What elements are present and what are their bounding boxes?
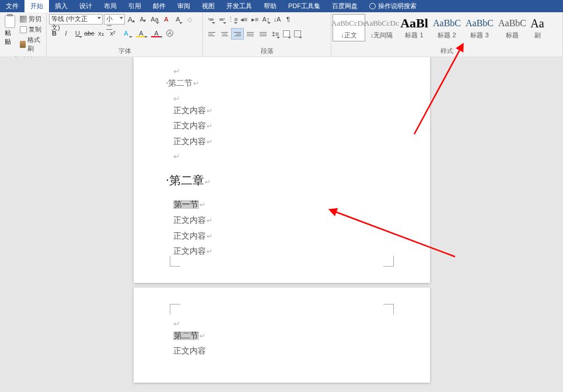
subscript-button[interactable]: x₂ [96, 28, 106, 38]
shading-icon [283, 30, 290, 37]
enclosed-char-button[interactable]: A [165, 28, 175, 38]
align-left-button[interactable] [205, 28, 218, 40]
heading2-section2-selected[interactable]: 第二节↵ [173, 328, 390, 344]
borders-button[interactable] [292, 29, 303, 39]
line-spacing-icon: ‡≡ [272, 30, 279, 37]
align-distribute-icon [260, 32, 267, 36]
tab-pdf-tools[interactable]: PDF工具集 [282, 0, 326, 12]
tell-me-search[interactable]: 操作说明搜索 [363, 0, 422, 12]
body-text[interactable]: 正文内容↵ [173, 244, 390, 260]
bullets-icon: ≔ [208, 16, 214, 23]
paragraph-mark: ↵ [173, 317, 390, 328]
tab-layout[interactable]: 布局 [98, 0, 123, 12]
paragraph-mark: ↵ [173, 149, 390, 161]
pilcrow-icon: ¶ [286, 16, 290, 23]
body-text[interactable]: 正文内容↵ [173, 134, 390, 150]
borders-icon [294, 30, 301, 37]
phonetic-guide-button[interactable]: A [161, 14, 172, 24]
line-spacing-button[interactable]: ‡≡ [270, 29, 281, 39]
strike-button[interactable]: abc [84, 28, 95, 38]
sort-button[interactable]: ↓A [272, 14, 282, 24]
grow-font-button[interactable]: A▴ [126, 14, 137, 24]
multilevel-button[interactable]: ⋮≡ [228, 14, 238, 24]
outdent-icon: ◂≡ [240, 16, 247, 23]
tab-baidu-netdisk[interactable]: 百度网盘 [326, 0, 363, 12]
font-name-select[interactable]: 等线 (中文正文) [49, 14, 103, 24]
style-normal[interactable]: AaBbCcDc↓正文 [333, 14, 365, 41]
cut-button[interactable]: 剪切 [19, 14, 44, 24]
style-title[interactable]: AaBbC标题 [496, 14, 529, 41]
clear-format-button[interactable]: ◇ [184, 14, 195, 24]
document-workspace[interactable]: ↵ ·第二节↵ ↵ 正文内容↵ 正文内容↵ 正文内容↵ ↵ ·第二章↵ 第一节↵… [0, 57, 563, 392]
tab-design[interactable]: 设计 [74, 0, 98, 12]
dropdown-icon [120, 17, 123, 19]
document-page-1[interactable]: ↵ ·第二节↵ ↵ 正文内容↵ 正文内容↵ 正文内容↵ ↵ ·第二章↵ 第一节↵… [134, 57, 430, 283]
italic-button[interactable]: I [61, 28, 71, 38]
body-text[interactable]: 正文内容↵ [173, 213, 390, 229]
style-heading2[interactable]: AaBbC标题 2 [431, 14, 463, 41]
align-center-button[interactable] [218, 28, 231, 40]
shading-button[interactable] [281, 29, 292, 39]
align-justify-button[interactable] [244, 28, 257, 40]
page-corner-icon [170, 304, 180, 314]
tab-review[interactable]: 审阅 [172, 0, 196, 12]
page-corner-icon [383, 304, 394, 314]
direction-icon: A↕ [263, 16, 270, 23]
heading2-section1-selected[interactable]: 第一节↵ [173, 197, 390, 213]
body-text[interactable]: 正文内容↵ [173, 229, 390, 244]
tab-strip: 文件 开始 插入 设计 布局 引用 邮件 审阅 视图 开发工具 帮助 PDF工具… [0, 0, 563, 12]
group-label-paragraph: 段落 [203, 47, 331, 57]
style-no-spacing[interactable]: AaBbCcDc↓无间隔 [365, 14, 398, 41]
align-left-icon [208, 32, 215, 36]
tab-home[interactable]: 开始 [25, 0, 49, 12]
paste-label: 粘贴 [5, 29, 15, 46]
superscript-button[interactable]: x² [107, 28, 118, 38]
paste-button[interactable]: 粘贴 [2, 14, 18, 47]
shrink-font-button[interactable]: A▾ [138, 14, 148, 24]
align-distribute-button[interactable] [257, 28, 270, 40]
tab-insert[interactable]: 插入 [49, 0, 74, 12]
tab-developer[interactable]: 开发工具 [221, 0, 258, 12]
body-text[interactable]: 正文内容↵ [173, 103, 390, 119]
group-paragraph: ≔ ≕ ⋮≡ ◂≡ ▸≡ A↕ ↓A ¶ ‡≡ [203, 12, 331, 57]
underline-button[interactable]: U [72, 28, 83, 38]
highlight-button[interactable]: A [134, 28, 148, 38]
heading2-section2[interactable]: ·第二节↵ [166, 76, 390, 92]
tab-view[interactable]: 视图 [196, 0, 221, 12]
body-text[interactable]: 正文内容 [173, 344, 390, 359]
font-size-select[interactable]: 小二 [104, 14, 125, 24]
dropdown-icon [97, 17, 101, 19]
format-painter-button[interactable]: 格式刷 [19, 35, 44, 54]
style-heading1[interactable]: AaBl标题 1 [398, 14, 431, 41]
copy-button[interactable]: 复制 [19, 24, 44, 34]
tab-references[interactable]: 引用 [123, 0, 147, 12]
decrease-indent-button[interactable]: ◂≡ [239, 14, 249, 24]
char-border-button[interactable]: A [173, 14, 183, 24]
group-label-styles: 样式 [331, 47, 562, 57]
heading1-chapter2[interactable]: ·第二章↵ [166, 169, 390, 191]
text-effects-button[interactable]: A [119, 28, 133, 38]
body-text[interactable]: 正文内容↵ [173, 118, 390, 134]
text-direction-button[interactable]: A↕ [261, 14, 271, 24]
bullets-button[interactable]: ≔ [205, 14, 216, 24]
tab-file[interactable]: 文件 [0, 0, 25, 12]
style-subtitle[interactable]: Aa副 [529, 14, 546, 41]
show-marks-button[interactable]: ¶ [283, 14, 293, 24]
align-right-icon [234, 32, 241, 36]
format-painter-label: 格式刷 [27, 36, 43, 53]
font-color-button[interactable]: A [149, 28, 163, 38]
bold-button[interactable]: B [49, 28, 60, 38]
tab-help[interactable]: 帮助 [258, 0, 282, 12]
brush-icon [20, 41, 26, 48]
increase-indent-button[interactable]: ▸≡ [250, 14, 260, 24]
styles-gallery[interactable]: AaBbCcDc↓正文 AaBbCcDc↓无间隔 AaBl标题 1 AaBbC标… [331, 12, 562, 41]
numbering-button[interactable]: ≕ [216, 14, 227, 24]
align-right-button[interactable] [231, 28, 244, 40]
sort-icon: ↓A [274, 16, 281, 23]
style-heading3[interactable]: AaBbC标题 3 [463, 14, 496, 41]
tab-mailings[interactable]: 邮件 [147, 0, 172, 12]
group-clipboard: 粘贴 剪切 复制 格式刷 剪贴板 [0, 12, 47, 57]
paragraph-mark: ↵ [173, 92, 390, 103]
change-case-button[interactable]: Aa [149, 14, 160, 24]
document-page-2[interactable]: ↵ 第二节↵ 正文内容 [134, 288, 430, 383]
